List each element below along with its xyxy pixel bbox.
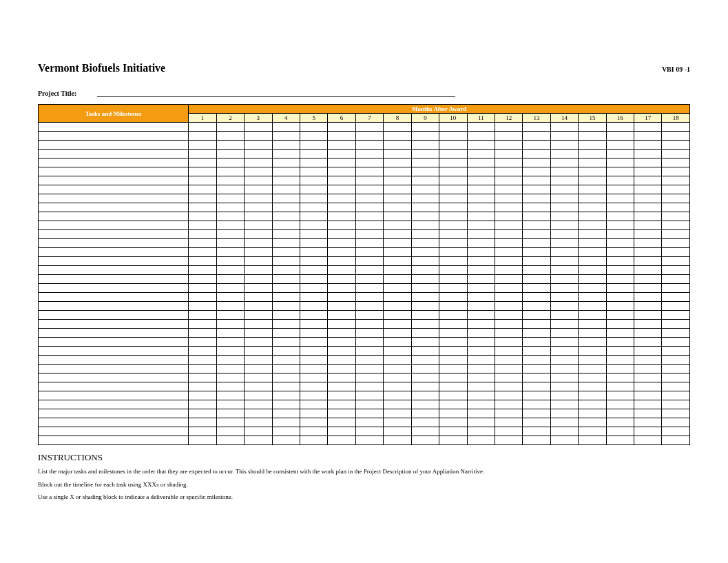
month-cell[interactable] (216, 338, 244, 347)
month-cell[interactable] (411, 418, 439, 427)
month-cell[interactable] (189, 311, 216, 320)
month-cell[interactable] (272, 382, 300, 391)
month-cell[interactable] (411, 167, 439, 176)
task-cell[interactable] (39, 320, 189, 329)
month-cell[interactable] (467, 221, 495, 230)
month-cell[interactable] (328, 391, 355, 400)
month-cell[interactable] (300, 436, 327, 445)
month-cell[interactable] (606, 221, 634, 230)
month-cell[interactable] (495, 158, 522, 167)
month-cell[interactable] (467, 418, 495, 427)
month-cell[interactable] (523, 302, 550, 311)
month-cell[interactable] (384, 311, 411, 320)
month-cell[interactable] (328, 373, 355, 382)
month-cell[interactable] (550, 418, 578, 427)
month-cell[interactable] (495, 203, 522, 212)
month-cell[interactable] (523, 248, 550, 257)
month-cell[interactable] (411, 400, 439, 409)
month-cell[interactable] (662, 436, 690, 445)
month-cell[interactable] (467, 194, 495, 203)
month-cell[interactable] (216, 329, 244, 338)
month-cell[interactable] (662, 373, 690, 382)
month-cell[interactable] (579, 409, 606, 418)
month-cell[interactable] (411, 275, 439, 284)
month-cell[interactable] (439, 167, 467, 176)
task-cell[interactable] (39, 284, 189, 293)
month-cell[interactable] (355, 427, 383, 436)
month-cell[interactable] (579, 158, 606, 167)
month-cell[interactable] (579, 257, 606, 266)
month-cell[interactable] (523, 221, 550, 230)
task-cell[interactable] (39, 221, 189, 230)
month-cell[interactable] (384, 320, 411, 329)
month-cell[interactable] (328, 427, 355, 436)
month-cell[interactable] (411, 427, 439, 436)
month-cell[interactable] (634, 320, 662, 329)
month-cell[interactable] (523, 158, 550, 167)
month-cell[interactable] (523, 311, 550, 320)
month-cell[interactable] (634, 436, 662, 445)
month-cell[interactable] (606, 400, 634, 409)
month-cell[interactable] (189, 418, 216, 427)
month-cell[interactable] (384, 356, 411, 365)
month-cell[interactable] (579, 391, 606, 400)
month-cell[interactable] (467, 141, 495, 150)
month-cell[interactable] (439, 266, 467, 275)
month-cell[interactable] (495, 194, 522, 203)
month-cell[interactable] (495, 141, 522, 150)
month-cell[interactable] (550, 409, 578, 418)
month-cell[interactable] (355, 239, 383, 248)
task-cell[interactable] (39, 194, 189, 203)
month-cell[interactable] (411, 257, 439, 266)
month-cell[interactable] (300, 248, 327, 257)
task-cell[interactable] (39, 230, 189, 239)
month-cell[interactable] (467, 150, 495, 158)
month-cell[interactable] (662, 257, 690, 266)
month-cell[interactable] (579, 284, 606, 293)
month-cell[interactable] (523, 329, 550, 338)
month-cell[interactable] (328, 409, 355, 418)
month-cell[interactable] (189, 194, 216, 203)
month-cell[interactable] (662, 284, 690, 293)
month-cell[interactable] (272, 356, 300, 365)
month-cell[interactable] (523, 266, 550, 275)
month-cell[interactable] (384, 329, 411, 338)
month-cell[interactable] (439, 365, 467, 373)
month-cell[interactable] (634, 347, 662, 356)
month-cell[interactable] (189, 365, 216, 373)
month-cell[interactable] (355, 221, 383, 230)
month-cell[interactable] (467, 185, 495, 194)
month-cell[interactable] (272, 436, 300, 445)
task-cell[interactable] (39, 266, 189, 275)
month-cell[interactable] (550, 230, 578, 239)
month-cell[interactable] (550, 436, 578, 445)
month-cell[interactable] (439, 320, 467, 329)
month-cell[interactable] (272, 158, 300, 167)
month-cell[interactable] (550, 391, 578, 400)
month-cell[interactable] (467, 400, 495, 409)
month-cell[interactable] (328, 338, 355, 347)
month-cell[interactable] (523, 123, 550, 132)
month-cell[interactable] (384, 382, 411, 391)
task-cell[interactable] (39, 176, 189, 185)
month-cell[interactable] (300, 221, 327, 230)
month-cell[interactable] (439, 185, 467, 194)
month-cell[interactable] (189, 185, 216, 194)
month-cell[interactable] (384, 212, 411, 221)
month-cell[interactable] (328, 257, 355, 266)
month-cell[interactable] (245, 123, 272, 132)
month-cell[interactable] (384, 167, 411, 176)
month-cell[interactable] (216, 194, 244, 203)
month-cell[interactable] (245, 338, 272, 347)
month-cell[interactable] (606, 123, 634, 132)
month-cell[interactable] (216, 409, 244, 418)
month-cell[interactable] (467, 239, 495, 248)
month-cell[interactable] (411, 123, 439, 132)
month-cell[interactable] (495, 365, 522, 373)
month-cell[interactable] (662, 158, 690, 167)
month-cell[interactable] (550, 167, 578, 176)
month-cell[interactable] (662, 266, 690, 275)
month-cell[interactable] (495, 185, 522, 194)
month-cell[interactable] (355, 167, 383, 176)
month-cell[interactable] (245, 409, 272, 418)
